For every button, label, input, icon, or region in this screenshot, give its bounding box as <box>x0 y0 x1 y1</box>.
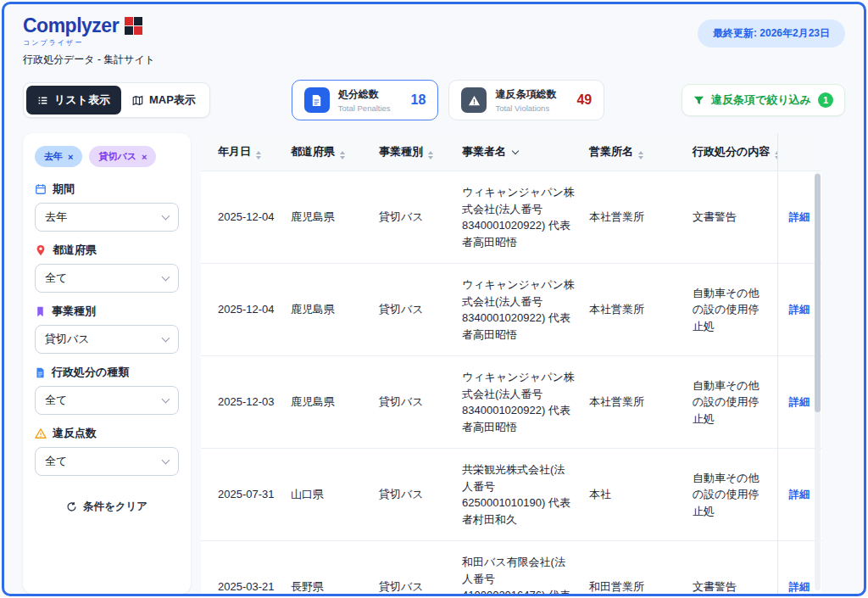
cell-business-type: 貸切バス <box>372 171 455 264</box>
column-header-penalty[interactable]: 行政処分の内容 <box>686 133 777 171</box>
scrollbar-thumb[interactable] <box>815 174 821 412</box>
detail-link[interactable]: 詳細 <box>789 304 810 316</box>
stat-label: 違反条項総数 <box>495 87 556 102</box>
cell-business-type: 貸切バス <box>372 449 455 541</box>
cell-prefecture: 長野県 <box>284 541 372 595</box>
list-view-button[interactable]: リスト表示 <box>26 86 121 115</box>
document-icon <box>304 87 330 113</box>
map-icon <box>132 95 143 106</box>
filter-label: 事業種別 <box>52 304 96 319</box>
cell-date: 2025-03-21 <box>201 541 284 595</box>
filter-group-period: 期間 去年 <box>35 182 179 232</box>
penalty-table-panel: 年月日 都道府県 事業種別 事業者名 営業所名 行政処分の内容 2025-12-… <box>201 133 821 594</box>
cell-date: 2025-12-04 <box>201 264 284 356</box>
bookmark-icon <box>35 306 46 317</box>
chip-close-icon[interactable]: × <box>68 152 73 162</box>
period-select[interactable]: 去年 <box>35 203 179 232</box>
select-value: 全て <box>45 454 67 469</box>
column-header-detail <box>777 133 821 171</box>
chip-close-icon[interactable]: × <box>142 152 147 162</box>
app-logo: Complyzer <box>23 14 119 37</box>
prefecture-select[interactable]: 全て <box>35 264 179 293</box>
column-header-business-type[interactable]: 事業種別 <box>372 133 455 171</box>
column-header-operator[interactable]: 事業者名 <box>455 133 582 171</box>
table-row: 2025-12-03 鹿児島県 貸切バス ウィキャンジャパン株式会社(法人番号 … <box>201 356 821 449</box>
calendar-icon <box>35 183 47 195</box>
table-row: 2025-12-04 鹿児島県 貸切バス ウィキャンジャパン株式会社(法人番号 … <box>201 264 821 356</box>
logo-block: Complyzer コンプライザー 行政処分データ - 集計サイト <box>23 14 155 67</box>
penalty-type-select[interactable]: 全て <box>35 386 179 415</box>
cell-office: 本社営業所 <box>582 264 686 356</box>
table-header-row: 年月日 都道府県 事業種別 事業者名 営業所名 行政処分の内容 <box>201 133 821 171</box>
warning-icon <box>35 428 47 439</box>
cell-date: 2025-12-03 <box>201 356 284 449</box>
detail-link[interactable]: 詳細 <box>789 396 810 408</box>
chevron-down-icon <box>512 148 519 154</box>
cell-operator: ウィキャンジャパン株式会社(法人番号 8340001020922) 代表者高田昭… <box>455 171 582 264</box>
stat-value: 18 <box>411 92 426 108</box>
violation-filter-button[interactable]: 違反条項で絞り込み 1 <box>682 84 845 116</box>
chevron-down-icon <box>162 455 170 464</box>
filter-label: 行政処分の種類 <box>52 365 129 380</box>
cell-business-type: 貸切バス <box>372 541 455 595</box>
table-row: 2025-07-31 山口県 貸切バス 共栄観光株式会社(法人番号 625000… <box>201 449 821 541</box>
table-body: 2025-12-04 鹿児島県 貸切バス ウィキャンジャパン株式会社(法人番号 … <box>201 171 821 595</box>
cell-date: 2025-12-04 <box>201 171 284 264</box>
app-window: Complyzer コンプライザー 行政処分データ - 集計サイト 最終更新: … <box>2 2 866 596</box>
cell-business-type: 貸切バス <box>372 264 455 356</box>
filter-label: 期間 <box>53 182 75 197</box>
list-view-label: リスト表示 <box>54 92 110 108</box>
site-subtitle: 行政処分データ - 集計サイト <box>23 53 155 67</box>
filter-group-penalty-type: 行政処分の種類 全て <box>35 365 179 415</box>
detail-link[interactable]: 詳細 <box>789 581 810 593</box>
stat-sublabel: Total Violations <box>495 103 556 113</box>
select-value: 全て <box>45 271 67 286</box>
logo-mark-icon <box>125 17 142 35</box>
filter-label: 都道府県 <box>53 243 97 258</box>
location-pin-icon <box>35 244 47 256</box>
cell-business-type: 貸切バス <box>372 356 455 449</box>
stat-card-total-penalties: 処分総数 Total Penalties 18 <box>292 80 439 120</box>
funnel-icon <box>693 95 704 106</box>
clear-filters-button[interactable]: 条件をクリア <box>66 500 147 514</box>
select-value: 去年 <box>45 210 67 225</box>
sort-icon <box>340 151 345 159</box>
table-row: 2025-03-21 長野県 貸切バス 和田バス有限会社(法人番号 410000… <box>201 541 821 595</box>
app-header: Complyzer コンプライザー 行政処分データ - 集計サイト 最終更新: … <box>4 4 864 67</box>
chevron-down-icon <box>162 394 170 403</box>
cell-office: 本社営業所 <box>582 171 686 264</box>
cell-operator: ウィキャンジャパン株式会社(法人番号 8340001020922) 代表者高田昭… <box>455 356 582 449</box>
detail-link[interactable]: 詳細 <box>789 211 810 223</box>
filter-group-business-type: 事業種別 貸切バス <box>35 304 179 354</box>
cell-date: 2025-07-31 <box>201 449 284 541</box>
chip-label: 貸切バス <box>98 150 136 163</box>
select-value: 全て <box>45 393 67 408</box>
last-updated-badge: 最終更新: 2026年2月23日 <box>698 20 845 48</box>
business-type-select[interactable]: 貸切バス <box>35 325 179 354</box>
violation-points-select[interactable]: 全て <box>35 447 179 476</box>
cell-penalty: 自動車その他の設の使用停止処 <box>686 264 777 356</box>
cell-prefecture: 鹿児島県 <box>284 171 372 264</box>
filter-group-violation-points: 違反点数 全て <box>35 426 179 476</box>
filter-group-prefecture: 都道府県 全て <box>35 243 179 293</box>
cell-operator: ウィキャンジャパン株式会社(法人番号 8340001020922) 代表者高田昭… <box>455 264 582 356</box>
filter-sidebar: 去年 × 貸切バス × 期間 去年 <box>23 133 191 594</box>
active-filter-chips: 去年 × 貸切バス × <box>35 146 179 167</box>
column-header-prefecture[interactable]: 都道府県 <box>284 133 372 171</box>
map-view-button[interactable]: MAP表示 <box>121 86 207 115</box>
filter-button-label: 違反条項で絞り込み <box>711 92 811 108</box>
cell-penalty: 文書警告 <box>686 541 777 595</box>
chip-charter-bus[interactable]: 貸切バス × <box>89 146 156 167</box>
sort-icon <box>638 151 643 159</box>
table-scrollbar[interactable] <box>815 172 821 590</box>
chip-last-year[interactable]: 去年 × <box>35 146 82 167</box>
select-value: 貸切バス <box>45 332 90 347</box>
filter-label: 違反点数 <box>53 426 97 441</box>
warning-icon <box>461 87 487 113</box>
chevron-down-icon <box>162 211 170 220</box>
cell-penalty: 文書警告 <box>686 171 777 264</box>
column-header-date[interactable]: 年月日 <box>201 133 284 171</box>
detail-link[interactable]: 詳細 <box>789 489 810 500</box>
column-header-office[interactable]: 営業所名 <box>582 133 686 171</box>
stat-value: 49 <box>576 92 592 108</box>
